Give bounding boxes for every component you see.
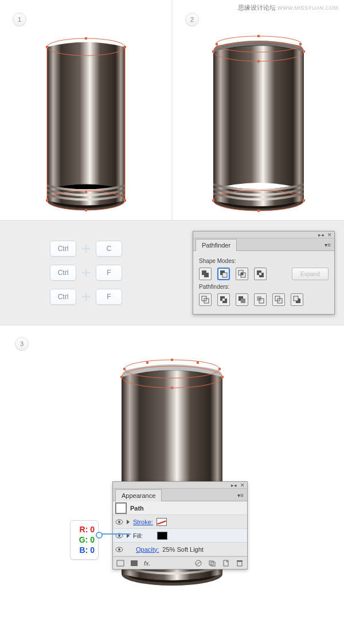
outline-icon[interactable] [272,293,285,306]
svg-line-69 [196,561,201,565]
minus-front-icon[interactable] [217,268,230,280]
svg-rect-74 [237,560,243,561]
panel-menu-icon[interactable]: ▾≡ [234,490,247,501]
appearance-footer: fx. [113,556,247,569]
svg-rect-56 [218,368,221,370]
stroke-link[interactable]: Stroke: [133,519,153,525]
new-icon[interactable] [222,560,230,567]
step-badge-1: 1 [13,13,26,26]
svg-rect-23 [212,199,214,202]
minus-back-icon[interactable] [291,293,303,306]
divide-icon[interactable] [199,293,212,306]
rgb-g: G: 0 [74,535,95,545]
watermark: 思缘设计论坛 WWW.MISSYUAN.COM [238,3,338,12]
svg-rect-67 [131,560,138,566]
svg-rect-25 [257,210,260,212]
cylinder-1 [43,34,129,213]
opacity-link[interactable]: Opacity: [136,546,159,553]
svg-rect-66 [117,560,124,566]
svg-rect-19 [257,35,260,37]
svg-point-61 [118,521,120,523]
trash-icon[interactable] [236,560,244,567]
svg-rect-58 [146,362,148,364]
appearance-path-row[interactable]: Path [113,501,247,515]
appearance-fill-row[interactable]: Fill: [113,529,247,543]
appearance-opacity-row[interactable]: Opacity: 25% Soft Light [113,543,247,556]
fill-swatch-black[interactable] [157,532,167,540]
tab-appearance[interactable]: Appearance [115,489,162,501]
fx-button[interactable]: fx. [144,560,151,567]
watermark-cn: 思缘设计论坛 [238,4,276,11]
svg-rect-73 [237,561,242,566]
visibility-icon[interactable] [115,545,123,553]
panel-tabs: Pathfinder ▾≡ [193,238,334,251]
close-icon[interactable]: ✕ [327,232,332,238]
svg-rect-47 [294,296,298,301]
path-thumb-icon [115,502,127,514]
plus-icon [81,244,91,254]
svg-rect-5 [46,46,48,48]
svg-rect-10 [85,209,87,211]
svg-rect-27 [204,273,209,277]
svg-rect-7 [85,37,87,40]
close-icon[interactable]: ✕ [240,482,245,488]
svg-rect-35 [259,273,261,275]
shape-modes-label: Shape Modes: [199,258,329,264]
fill-label: Fill: [133,532,154,539]
svg-rect-52 [120,376,123,378]
svg-rect-59 [197,362,199,364]
rgb-b: B: 0 [74,545,95,555]
panel-menu-icon[interactable]: ▾≡ [321,239,334,250]
visibility-icon[interactable] [115,532,123,540]
exclude-icon[interactable] [254,268,267,280]
svg-rect-54 [171,359,173,361]
visibility-icon[interactable] [115,518,123,526]
crop-icon[interactable] [254,293,267,306]
svg-rect-17 [212,50,214,53]
plus-icon [81,268,91,278]
appearance-stroke-row[interactable]: Stroke: [113,515,247,529]
svg-rect-22 [257,60,260,62]
svg-rect-55 [123,368,126,370]
bottom-row: 3 R: 0 G [0,325,344,644]
clear-icon[interactable] [194,560,202,567]
key-f: F [96,289,122,305]
trim-icon[interactable] [217,293,230,306]
merge-icon[interactable] [236,293,248,306]
path-label: Path [130,505,144,512]
opacity-value: 25% Soft Light [162,546,204,553]
new-art-icon[interactable] [130,560,138,567]
svg-rect-72 [224,560,228,566]
callout-line [99,533,131,535]
svg-rect-32 [241,273,243,275]
step-badge-2: 2 [185,13,199,26]
key-f: F [96,265,122,281]
panel-titlebar[interactable]: ▸◂ ✕ [193,231,334,238]
unite-icon[interactable] [199,268,212,280]
svg-point-63 [118,535,120,537]
collapse-icon[interactable]: ▸◂ [231,482,237,488]
stroke-swatch-none[interactable] [157,518,167,526]
expand-button[interactable]: Expand [292,268,329,280]
step-1-cell: 1 [0,0,173,220]
middle-row: Ctrl C Ctrl F Ctrl F ▸◂ ✕ Pathfinder ▾≡ … [0,220,344,325]
plus-icon [81,292,91,302]
shortcuts: Ctrl C Ctrl F Ctrl F [0,241,172,305]
no-sel-icon[interactable] [116,560,124,567]
key-ctrl: Ctrl [50,265,76,281]
tab-pathfinder[interactable]: Pathfinder [196,239,237,251]
top-row: 1 [0,0,344,220]
duplicate-icon[interactable] [208,560,216,567]
svg-rect-57 [171,387,173,389]
panel-tabs: Appearance ▾≡ [113,489,247,501]
expand-tri-icon[interactable] [127,520,130,524]
shortcut-paste-front-1: Ctrl F [50,265,122,281]
collapse-icon[interactable]: ▸◂ [318,232,324,238]
panel-titlebar[interactable]: ▸◂ ✕ [113,482,247,489]
svg-rect-21 [299,43,302,45]
intersect-icon[interactable] [236,268,248,280]
key-ctrl: Ctrl [50,241,76,257]
svg-rect-11 [85,191,87,193]
key-ctrl: Ctrl [50,289,76,305]
cylinder-2 [209,34,308,213]
